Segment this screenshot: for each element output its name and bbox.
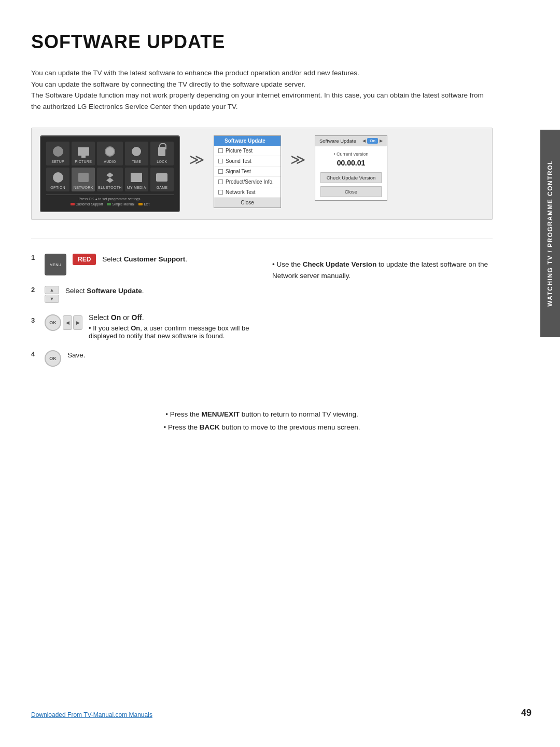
nav-left-button[interactable]: ◀ (63, 315, 72, 330)
signal-test-checkbox[interactable] (218, 169, 223, 174)
step-4-desc: Save. (67, 350, 86, 361)
check-update-button[interactable]: Check Update Version (320, 172, 382, 183)
step-4-buttons: OK (45, 350, 61, 367)
bluetooth-icon (103, 170, 117, 185)
sound-test-label: Sound Test (226, 158, 251, 164)
time-label: TIME (132, 160, 141, 163)
step-2-number: 2 (31, 286, 38, 294)
nav-lr-buttons: ◀ ▶ (63, 315, 82, 330)
step-2: 2 ▲ ▼ Select Software Update. (31, 286, 251, 303)
nav-up-button[interactable]: ▲ (45, 286, 59, 294)
save-ok-button[interactable]: OK (45, 350, 61, 367)
network-test-checkbox[interactable] (218, 190, 223, 195)
bottom-note-2: • Press the BACK button to move to the p… (31, 421, 493, 434)
time-icon (129, 144, 144, 159)
tv-menu-picture[interactable]: PICTURE (72, 142, 95, 165)
step-3-text: Select On or Off. (89, 313, 251, 322)
legend-exit: Exit (138, 202, 149, 206)
nav-up-down-buttons: ▲ ▼ (45, 286, 59, 303)
tv-menu-audio[interactable]: AUDIO (97, 142, 122, 165)
red-label: RED (73, 254, 96, 265)
screenshots-row: SETUP PICTURE AUDIO (31, 128, 493, 220)
tv-menu-legend: Customer Support Simple Manual Exit (46, 202, 174, 206)
right-arrow-icon[interactable]: ▶ (380, 139, 383, 143)
left-arrow-icon[interactable]: ◀ (362, 139, 366, 143)
step-1: 1 MENU RED Select Customer Support. (31, 254, 251, 275)
network-icon (76, 170, 91, 185)
tv-menu-setup[interactable]: SETUP (46, 142, 69, 165)
page-title: SOFTWARE UPDATE (31, 31, 493, 53)
on-off-controls[interactable]: ◀ On ▶ (362, 138, 383, 144)
cs-item-product-service[interactable]: Product/Service Info. (214, 177, 281, 187)
tv-menu-time[interactable]: TIME (125, 142, 148, 165)
legend-customer-support: Customer Support (71, 202, 103, 206)
menu-button-label: MENU (50, 263, 62, 267)
sw-update-body: • Current version 00.00.01 Check Update … (315, 146, 387, 200)
picture-test-label: Picture Test (226, 148, 253, 154)
tv-menu-grid-row1: SETUP PICTURE AUDIO (46, 142, 174, 191)
sw-update-title: Software Update (319, 138, 356, 144)
bluetooth-label: BLUETOOTH (98, 186, 121, 189)
step-2-desc: Select Software Update. (65, 286, 144, 296)
page-number: 49 (521, 708, 531, 718)
intro-line-2: You can update the software by connectin… (31, 79, 493, 90)
step-1-buttons: MENU (45, 254, 66, 275)
step-2-text: Select Software Update. (65, 286, 144, 296)
intro-text: You can update the TV with the latest so… (31, 67, 493, 112)
audio-label: AUDIO (104, 160, 116, 163)
cs-item-picture-test[interactable]: Picture Test (214, 146, 281, 156)
tv-menu-option[interactable]: OPTION (46, 168, 69, 191)
step-3: 3 OK ◀ ▶ Select On or Off. • If you sele… (31, 313, 251, 340)
footer-link[interactable]: Downloaded From TV-Manual.com Manuals (31, 711, 152, 718)
main-content: SOFTWARE UPDATE You can update the TV wi… (0, 0, 524, 475)
right-note: • Use the Check Update Version to update… (272, 259, 493, 281)
nav-down-button[interactable]: ▼ (45, 295, 59, 303)
lock-label: LOCK (157, 160, 167, 163)
section-divider (31, 239, 493, 239)
cs-menu-box: ✓ Software Update Picture Test Sound Tes… (214, 135, 281, 208)
tv-menu-lock[interactable]: LOCK (150, 142, 174, 165)
cs-close-button[interactable]: Close (214, 198, 281, 208)
cs-check-icon: ✓ (218, 139, 222, 144)
tv-menu-bluetooth[interactable]: BLUETOOTH (97, 168, 122, 191)
mymedia-icon (129, 170, 144, 185)
legend-cs-label: Customer Support (76, 202, 103, 206)
intro-line-3: The Software Update function may not wor… (31, 90, 493, 112)
picture-test-checkbox[interactable] (218, 148, 223, 153)
on-button[interactable]: On (367, 138, 378, 144)
step-2-buttons: ▲ ▼ (45, 286, 59, 303)
audio-icon (103, 144, 117, 159)
option-icon (51, 170, 65, 185)
cs-item-signal-test[interactable]: Signal Test (214, 167, 281, 177)
step-4-number: 4 (31, 350, 38, 358)
bottom-note-1: • Press the MENU/EXIT button to return t… (31, 408, 493, 421)
sw-close-button[interactable]: Close (320, 186, 382, 197)
mymedia-label: MY MEDIA (127, 186, 146, 189)
tv-menu-bottom-text: Press OK ● to set programme settings. (46, 195, 174, 201)
cs-item-network-test[interactable]: Network Test (214, 187, 281, 198)
tv-menu-mymedia[interactable]: MY MEDIA (125, 168, 148, 191)
steps-left: 1 MENU RED Select Customer Support. 2 ▲ (31, 254, 251, 377)
legend-simple-manual: Simple Manual (107, 202, 134, 206)
legend-sm-label: Simple Manual (112, 202, 134, 206)
product-service-label: Product/Service Info. (226, 179, 274, 185)
step-3-number: 3 (31, 316, 38, 324)
sound-test-checkbox[interactable] (218, 159, 223, 163)
nav-right-button[interactable]: ▶ (73, 315, 82, 330)
ok-button[interactable]: OK (45, 314, 61, 331)
tv-menu-network[interactable]: NETWORK (72, 168, 95, 191)
menu-button[interactable]: MENU (45, 254, 66, 275)
version-number: 00.00.01 (320, 159, 382, 167)
cs-menu-header: ✓ Software Update (214, 136, 281, 146)
step-4: 4 OK Save. (31, 350, 251, 367)
steps-section: 1 MENU RED Select Customer Support. 2 ▲ (31, 254, 493, 377)
tv-menu-game[interactable]: GAME (150, 168, 174, 191)
network-test-label: Network Test (226, 189, 256, 195)
cs-item-sound-test[interactable]: Sound Test (214, 156, 281, 167)
step-3-desc: Select On or Off. • If you select On, a … (89, 313, 251, 340)
product-service-checkbox[interactable] (218, 179, 223, 184)
arrow-2: ≫ (290, 135, 305, 168)
step-1-number: 1 (31, 254, 38, 261)
step-3-buttons: OK ◀ ▶ (45, 314, 82, 331)
cs-menu-title: Software Update (225, 138, 265, 144)
